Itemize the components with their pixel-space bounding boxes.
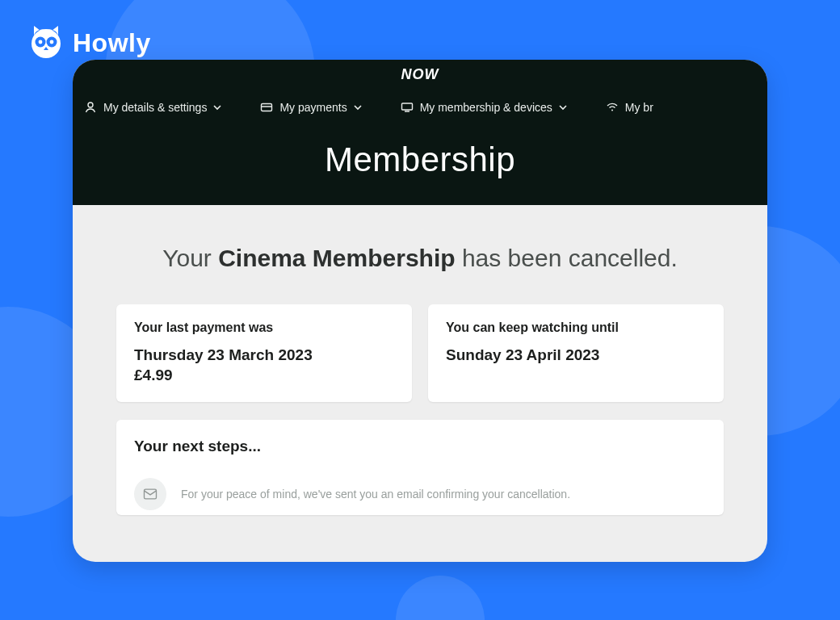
watch-until-card: You can keep watching until Sunday 23 Ap… — [428, 304, 724, 402]
step-email-row: For your peace of mind, we've sent you a… — [134, 478, 706, 510]
cancellation-headline: Your Cinema Membership has been cancelle… — [116, 242, 724, 275]
nav-label: My details & settings — [103, 101, 207, 114]
last-payment-card: Your last payment was Thursday 23 March … — [116, 304, 412, 402]
nav-label: My br — [625, 101, 653, 114]
wifi-icon — [606, 101, 619, 114]
chevron-down-icon — [559, 103, 567, 111]
card-icon — [260, 101, 273, 114]
app-header: NOW My details & settings — [73, 60, 767, 205]
svg-rect-8 — [401, 103, 412, 110]
svg-rect-11 — [145, 489, 157, 499]
nav-my-payments[interactable]: My payments — [260, 101, 361, 114]
headline-prefix: Your — [162, 245, 218, 271]
svg-rect-6 — [262, 104, 272, 111]
mail-icon — [134, 478, 166, 510]
nav-my-membership[interactable]: My membership & devices — [401, 101, 567, 114]
app-panel: NOW My details & settings — [73, 60, 767, 562]
svg-point-4 — [50, 40, 54, 44]
brand-bar: NOW — [73, 60, 767, 89]
nav-my-broadband[interactable]: My br — [606, 101, 653, 114]
step-email-text: For your peace of mind, we've sent you a… — [181, 488, 570, 501]
now-logo: NOW — [401, 66, 439, 83]
owl-icon — [27, 24, 65, 61]
info-cards-row: Your last payment was Thursday 23 March … — [116, 304, 724, 402]
bg-circle — [396, 576, 485, 620]
svg-point-3 — [39, 40, 43, 44]
howly-logo: Howly — [27, 24, 151, 61]
nav-label: My membership & devices — [420, 101, 552, 114]
svg-point-5 — [88, 103, 93, 107]
next-steps-card: Your next steps... For your peace of min… — [116, 420, 724, 515]
howly-wordmark: Howly — [73, 28, 151, 58]
headline-suffix: has been cancelled. — [456, 245, 678, 271]
chevron-down-icon — [213, 103, 221, 111]
next-steps-title: Your next steps... — [134, 438, 706, 455]
headline-bold: Cinema Membership — [218, 245, 455, 271]
content-area: Your Cinema Membership has been cancelle… — [73, 205, 767, 515]
last-payment-date: Thursday 23 March 2023 — [134, 345, 394, 366]
chevron-down-icon — [354, 103, 362, 111]
watch-until-label: You can keep watching until — [446, 320, 706, 335]
nav-my-details[interactable]: My details & settings — [84, 101, 221, 114]
last-payment-amount: £4.99 — [134, 365, 394, 386]
user-icon — [84, 101, 97, 114]
svg-point-10 — [611, 110, 613, 111]
watch-until-date: Sunday 23 April 2023 — [446, 345, 706, 366]
last-payment-label: Your last payment was — [134, 320, 394, 335]
nav-label: My payments — [279, 101, 346, 114]
devices-icon — [401, 101, 414, 114]
page-title: Membership — [73, 126, 767, 205]
nav-bar: My details & settings My payments — [73, 89, 767, 126]
